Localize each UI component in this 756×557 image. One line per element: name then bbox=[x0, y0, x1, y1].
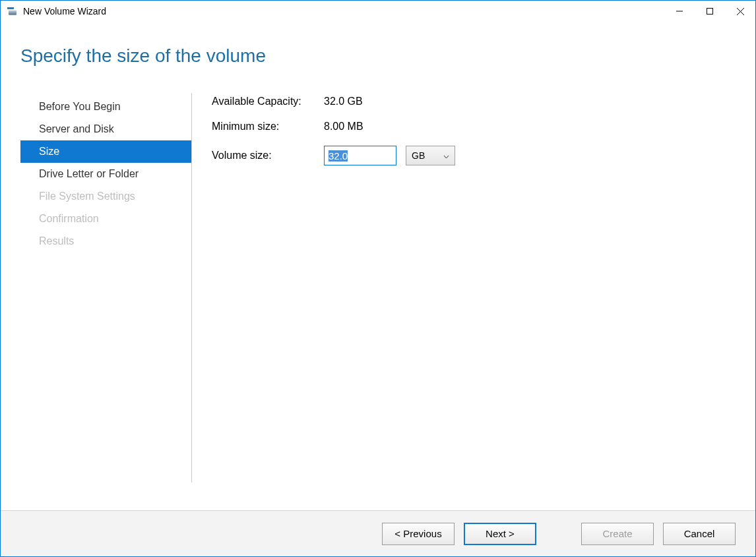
available-capacity-value: 32.0 GB bbox=[324, 96, 363, 107]
wizard-body: Before You Begin Server and Disk Size Dr… bbox=[1, 67, 755, 483]
volume-size-label: Volume size: bbox=[212, 150, 324, 161]
svg-rect-4 bbox=[707, 9, 713, 15]
svg-rect-2 bbox=[9, 11, 16, 13]
previous-button[interactable]: < Previous bbox=[382, 523, 455, 545]
maximize-button[interactable] bbox=[695, 1, 725, 22]
wizard-footer: < Previous Next > Create Cancel bbox=[1, 510, 755, 556]
wizard-content: Available Capacity: 32.0 GB Minimum size… bbox=[192, 93, 736, 483]
unit-select-value: GB bbox=[412, 150, 425, 161]
page-heading: Specify the size of the volume bbox=[1, 22, 755, 67]
svg-rect-0 bbox=[7, 7, 14, 9]
chevron-down-icon bbox=[443, 150, 449, 161]
row-minimum-size: Minimum size: 8.00 MB bbox=[212, 121, 736, 132]
close-button[interactable] bbox=[725, 1, 755, 22]
step-server-and-disk[interactable]: Server and Disk bbox=[20, 118, 191, 140]
next-button[interactable]: Next > bbox=[464, 523, 536, 545]
step-drive-letter[interactable]: Drive Letter or Folder bbox=[20, 163, 191, 185]
step-before-you-begin[interactable]: Before You Begin bbox=[20, 96, 191, 118]
row-volume-size: Volume size: GB bbox=[212, 146, 736, 165]
app-icon bbox=[6, 5, 18, 17]
window-title: New Volume Wizard bbox=[23, 6, 106, 16]
unit-select[interactable]: GB bbox=[406, 146, 455, 165]
minimize-button[interactable] bbox=[664, 1, 695, 22]
create-button: Create bbox=[581, 523, 654, 545]
step-size[interactable]: Size bbox=[20, 140, 191, 163]
cancel-button[interactable]: Cancel bbox=[663, 523, 736, 545]
volume-size-input[interactable] bbox=[324, 146, 396, 165]
titlebar: New Volume Wizard bbox=[1, 1, 755, 22]
wizard-steps: Before You Begin Server and Disk Size Dr… bbox=[20, 93, 192, 483]
step-confirmation: Confirmation bbox=[20, 208, 191, 230]
step-results: Results bbox=[20, 230, 191, 252]
minimum-size-value: 8.00 MB bbox=[324, 121, 363, 132]
minimum-size-label: Minimum size: bbox=[212, 121, 324, 132]
row-available-capacity: Available Capacity: 32.0 GB bbox=[212, 96, 736, 107]
step-file-system: File System Settings bbox=[20, 185, 191, 208]
available-capacity-label: Available Capacity: bbox=[212, 96, 324, 107]
